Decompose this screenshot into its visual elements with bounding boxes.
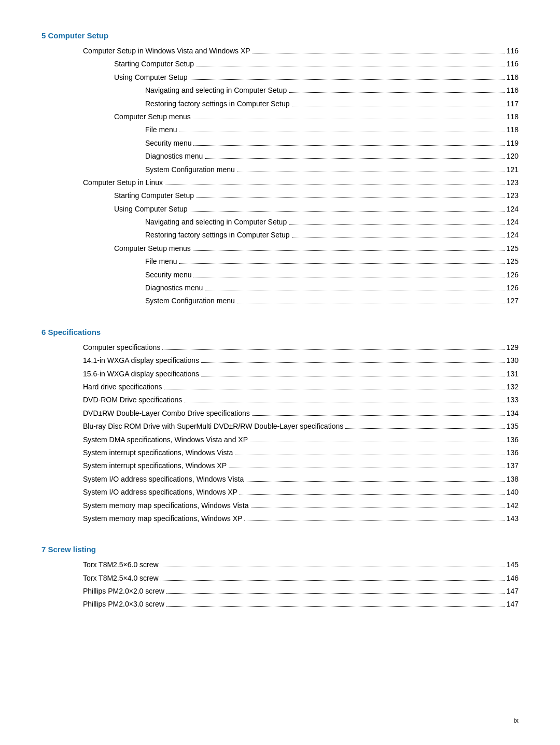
toc-entry-page: 123 (507, 190, 519, 201)
toc-entry-label: Torx T8M2.5×4.0 screw (83, 572, 159, 584)
toc-section: 7 Screw listingTorx T8M2.5×6.0 screw145T… (41, 545, 519, 610)
toc-entry: Restoring factory settings in Computer S… (41, 229, 519, 241)
toc-entry-page: 125 (507, 243, 519, 254)
toc-entry-page: 147 (507, 585, 519, 597)
toc-entry-page: 142 (507, 500, 519, 511)
toc-dots (166, 606, 505, 607)
toc-entry-label: Restoring factory settings in Computer S… (145, 98, 290, 109)
toc-entry-label: Computer specifications (83, 342, 160, 353)
toc-entry: System I/O address specifications, Windo… (41, 486, 519, 498)
toc-entry-label: Security menu (145, 269, 191, 280)
toc-entry-label: Using Computer Setup (114, 203, 188, 215)
toc-dots (179, 263, 504, 264)
toc-dots (292, 237, 505, 237)
toc-dots (246, 481, 504, 482)
toc-dots (193, 250, 505, 251)
toc-dots (164, 389, 505, 389)
toc-entry-page: 147 (507, 598, 519, 610)
toc-entry-page: 118 (507, 111, 519, 122)
toc-entry-page: 136 (507, 447, 519, 458)
toc-entry: Blu-ray Disc ROM Drive with SuperMulti D… (41, 420, 519, 432)
toc-dots (190, 211, 505, 212)
toc-entry: Security menu119 (41, 137, 519, 149)
toc-entry: Phillips PM2.0×3.0 screw147 (41, 598, 519, 610)
toc-entry-label: 15.6-in WXGA display specifications (83, 368, 199, 379)
toc-dots (205, 290, 504, 290)
toc-entry: Diagnostics menu126 (41, 282, 519, 293)
toc-entry: Torx T8M2.5×4.0 screw146 (41, 572, 519, 584)
toc-entry: System DMA specifications, Windows Vista… (41, 434, 519, 445)
toc-dots (162, 349, 504, 350)
toc-dots (201, 362, 505, 363)
toc-entry: Torx T8M2.5×6.0 screw145 (41, 559, 519, 570)
toc-entry-page: 140 (507, 486, 519, 498)
toc-entry-label: Torx T8M2.5×6.0 screw (83, 559, 159, 570)
toc-entry-page: 138 (507, 473, 519, 485)
toc-entry-page: 137 (507, 460, 519, 471)
toc-entry: Using Computer Setup116 (41, 72, 519, 83)
toc-entry-page: 126 (507, 282, 519, 293)
toc-entry: Security menu126 (41, 269, 519, 280)
toc-dots (289, 92, 504, 93)
toc-entry-label: Starting Computer Setup (114, 190, 194, 201)
toc-entry-label: Security menu (145, 137, 191, 149)
toc-entry-label: Phillips PM2.0×3.0 screw (83, 598, 164, 610)
toc-entry: System Configuration menu127 (41, 295, 519, 306)
toc-entry: Starting Computer Setup123 (41, 190, 519, 201)
toc-entry-page: 127 (507, 295, 519, 306)
section-heading: 6 Specifications (41, 328, 519, 336)
toc-entry-page: 124 (507, 203, 519, 215)
toc-entry-page: 131 (507, 368, 519, 379)
toc-dots (161, 580, 505, 581)
toc-entry-page: 118 (507, 124, 519, 135)
toc-dots (244, 521, 504, 521)
toc-entry-label: DVD±RW Double-Layer Combo Drive specific… (83, 407, 250, 419)
toc-dots (179, 132, 504, 132)
toc-dots (193, 277, 504, 277)
toc-dots (240, 494, 505, 495)
toc-section: 6 SpecificationsComputer specifications1… (41, 328, 519, 524)
toc-entry-label: System interrupt specifications, Windows… (83, 447, 233, 458)
toc-entry: System interrupt specifications, Windows… (41, 447, 519, 458)
toc-entry-page: 116 (507, 85, 519, 96)
toc-entry-label: Blu-ray Disc ROM Drive with SuperMulti D… (83, 420, 343, 432)
page-footer: ix (514, 716, 519, 724)
toc-entry-page: 132 (507, 381, 519, 392)
toc-entry-page: 117 (507, 98, 519, 109)
toc-entry-page: 130 (507, 355, 519, 366)
toc-entry-page: 116 (507, 45, 519, 57)
toc-entry: Computer Setup menus118 (41, 111, 519, 122)
toc-dots (252, 415, 505, 416)
toc-entry-page: 145 (507, 559, 519, 570)
toc-entry-page: 136 (507, 434, 519, 445)
toc-entry-page: 124 (507, 229, 519, 241)
toc-entry-page: 129 (507, 342, 519, 353)
toc-entry-page: 124 (507, 216, 519, 228)
toc-entry-label: System memory map specifications, Window… (83, 513, 242, 524)
toc-entry-label: Computer Setup menus (114, 111, 191, 122)
toc-entry-label: System Configuration menu (145, 295, 235, 306)
toc-entry-label: Starting Computer Setup (114, 58, 194, 69)
toc-entry-label: File menu (145, 124, 177, 135)
toc-entry-page: 143 (507, 513, 519, 524)
toc-entry-page: 125 (507, 256, 519, 267)
toc-entry: Computer Setup menus125 (41, 243, 519, 254)
toc-entry: System interrupt specifications, Windows… (41, 460, 519, 471)
toc-entry-page: 133 (507, 394, 519, 405)
toc-entry: DVD-ROM Drive specifications133 (41, 394, 519, 405)
toc-dots (165, 185, 505, 185)
toc-dots (250, 442, 505, 442)
toc-dots (205, 158, 504, 159)
toc-dots (289, 224, 504, 224)
toc-dots (235, 455, 504, 455)
toc-entry-label: Using Computer Setup (114, 72, 188, 83)
toc-entry-label: System I/O address specifications, Windo… (83, 473, 244, 485)
toc-entry-label: System interrupt specifications, Windows… (83, 460, 227, 471)
toc-entry: System memory map specifications, Window… (41, 513, 519, 524)
toc-entry: Diagnostics menu120 (41, 150, 519, 162)
toc-entry-label: System I/O address specifications, Windo… (83, 486, 237, 498)
toc-dots (193, 119, 505, 119)
toc-entry-label: System DMA specifications, Windows Vista… (83, 434, 248, 445)
toc-dots (196, 198, 505, 198)
toc-entry-label: Computer Setup in Linux (83, 177, 163, 188)
